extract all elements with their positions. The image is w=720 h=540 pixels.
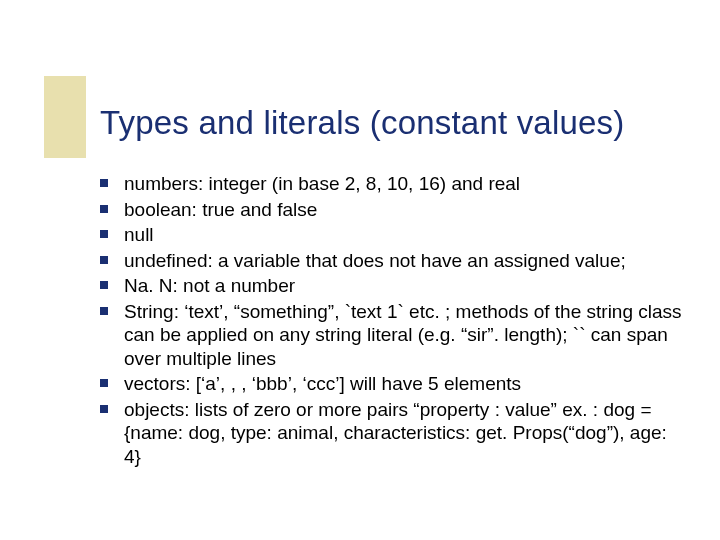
list-item: numbers: integer (in base 2, 8, 10, 16) … bbox=[100, 172, 684, 196]
list-item-text: null bbox=[124, 223, 684, 247]
bullet-list: numbers: integer (in base 2, 8, 10, 16) … bbox=[100, 172, 684, 471]
list-item: boolean: true and false bbox=[100, 198, 684, 222]
bullet-icon bbox=[100, 223, 124, 238]
list-item-text: boolean: true and false bbox=[124, 198, 684, 222]
bullet-icon bbox=[100, 249, 124, 264]
list-item-text: vectors: [‘a’, , , ‘bbb’, ‘ccc’] will ha… bbox=[124, 372, 684, 396]
bullet-icon bbox=[100, 172, 124, 187]
list-item: String: ‘text’, “something”, `text 1` et… bbox=[100, 300, 684, 371]
slide: Types and literals (constant values) num… bbox=[0, 0, 720, 540]
bullet-icon bbox=[100, 372, 124, 387]
list-item: undefined: a variable that does not have… bbox=[100, 249, 684, 273]
decorative-block bbox=[44, 76, 86, 158]
list-item: null bbox=[100, 223, 684, 247]
list-item-text: String: ‘text’, “something”, `text 1` et… bbox=[124, 300, 684, 371]
bullet-icon bbox=[100, 198, 124, 213]
list-item-text: undefined: a variable that does not have… bbox=[124, 249, 684, 273]
list-item-text: objects: lists of zero or more pairs “pr… bbox=[124, 398, 684, 469]
list-item: vectors: [‘a’, , , ‘bbb’, ‘ccc’] will ha… bbox=[100, 372, 684, 396]
bullet-icon bbox=[100, 300, 124, 315]
list-item: objects: lists of zero or more pairs “pr… bbox=[100, 398, 684, 469]
bullet-icon bbox=[100, 274, 124, 289]
list-item-text: numbers: integer (in base 2, 8, 10, 16) … bbox=[124, 172, 684, 196]
list-item-text: Na. N: not a number bbox=[124, 274, 684, 298]
list-item: Na. N: not a number bbox=[100, 274, 684, 298]
slide-title: Types and literals (constant values) bbox=[100, 104, 624, 142]
bullet-icon bbox=[100, 398, 124, 413]
